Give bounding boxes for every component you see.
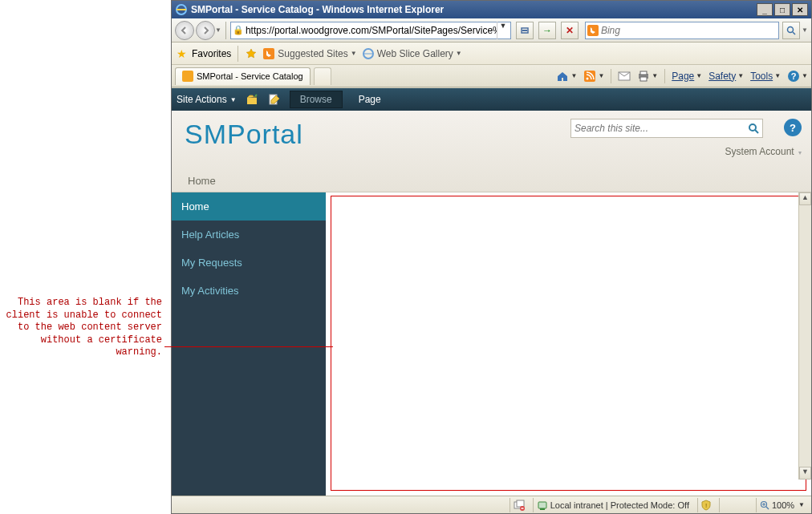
chevron-down-icon: ▼: [230, 96, 237, 103]
sidenav-item-my-requests[interactable]: My Requests: [172, 249, 326, 277]
popup-blocker-button[interactable]: [510, 498, 528, 512]
topnav-home[interactable]: Home: [185, 171, 219, 191]
ie-window: SMPortal - Service Catalog - Windows Int…: [171, 0, 812, 514]
portal-search[interactable]: [570, 119, 763, 138]
stop-button[interactable]: ✕: [561, 22, 579, 39]
chevron-down-icon: ▼: [774, 72, 781, 79]
portal-help-button[interactable]: ?: [784, 119, 802, 136]
status-bar: Local intranet | Protected Mode: Off ! 1…: [172, 496, 811, 513]
portal-header: SMPortal ? System Account ▾ Home: [172, 111, 811, 192]
separator: [664, 69, 665, 83]
search-icon[interactable]: [748, 123, 759, 134]
edit-page-button[interactable]: [267, 92, 282, 107]
suggested-sites-link[interactable]: Suggested Sites ▼: [262, 47, 356, 60]
shield-warn-icon: !: [701, 500, 711, 511]
favorites-label[interactable]: Favorites: [192, 48, 231, 59]
svg-rect-12: [640, 77, 647, 81]
close-button[interactable]: ✕: [792, 3, 808, 16]
zoom-control[interactable]: 100% ▼: [756, 498, 808, 512]
safety-menu[interactable]: Safety ▼: [708, 71, 744, 82]
sidenav-item-home[interactable]: Home: [172, 192, 326, 221]
top-nav: Home: [185, 169, 219, 192]
forward-button[interactable]: [196, 21, 215, 40]
scroll-up-button[interactable]: ▲: [799, 192, 811, 205]
zoom-icon: [760, 500, 769, 510]
help-button[interactable]: ? ▼: [787, 70, 808, 83]
page-menu-label: Page: [672, 71, 694, 82]
ribbon-tab-browse[interactable]: Browse: [290, 91, 343, 108]
go-refresh-button[interactable]: →: [538, 22, 556, 39]
favorites-bar: ★ Favorites Suggested Sites ▼ Web Slice …: [172, 42, 811, 65]
tools-menu[interactable]: Tools ▼: [750, 71, 781, 82]
site-actions-menu[interactable]: Site Actions ▼: [177, 94, 237, 105]
separator: [611, 69, 611, 83]
window-titlebar: SMPortal - Service Catalog - Windows Int…: [172, 1, 811, 18]
chevron-down-icon: ▼: [798, 501, 805, 508]
print-button[interactable]: ▼: [637, 70, 658, 83]
tab-bar: SMPortal - Service Catalog ▼ ▼: [172, 65, 811, 87]
page-content: Site Actions ▼ Browse Page SMPortal ?: [172, 87, 811, 496]
compat-view-button[interactable]: [516, 22, 534, 39]
maximize-button[interactable]: □: [774, 3, 790, 16]
home-icon: [556, 70, 569, 83]
svg-rect-3: [587, 25, 599, 36]
feeds-button[interactable]: ▼: [583, 70, 604, 83]
highlight-box: [331, 196, 806, 491]
status-done: [175, 498, 505, 512]
minimize-button[interactable]: _: [757, 3, 773, 16]
favorites-star-icon[interactable]: ★: [177, 47, 187, 60]
chevron-down-icon: ▼: [652, 72, 658, 79]
popup-blocker-icon: [514, 500, 525, 511]
safety-menu-label: Safety: [708, 71, 736, 82]
sidenav-item-help-articles[interactable]: Help Articles: [172, 221, 326, 249]
search-input[interactable]: [601, 25, 777, 36]
portal-body: Home Help Articles My Requests My Activi…: [172, 192, 811, 496]
navigate-up-button[interactable]: [245, 92, 259, 107]
url-input[interactable]: [246, 23, 497, 38]
account-menu[interactable]: System Account ▾: [725, 146, 802, 157]
tab-active[interactable]: SMPortal - Service Catalog: [175, 67, 311, 85]
search-go-button[interactable]: [782, 22, 800, 39]
svg-point-17: [749, 124, 756, 131]
chevron-down-icon: ▼: [456, 50, 462, 57]
address-bar[interactable]: 🔒 ▼: [230, 22, 511, 39]
web-slice-gallery-link[interactable]: Web Slice Gallery ▼: [362, 47, 462, 60]
separator: [225, 22, 226, 39]
lock-icon: 🔒: [233, 25, 244, 35]
ie-logo-icon: [175, 3, 188, 16]
command-bar: ▼ ▼ ▼ Page ▼: [556, 69, 808, 83]
svg-point-4: [788, 26, 794, 32]
security-zone[interactable]: Local intranet | Protected Mode: Off: [533, 498, 692, 512]
mail-icon: [618, 70, 631, 83]
status-spacer: [719, 498, 751, 512]
suggested-sites-label: Suggested Sites: [278, 48, 347, 59]
bing-icon: [587, 25, 599, 36]
page-menu[interactable]: Page ▼: [672, 71, 702, 82]
search-box[interactable]: [585, 22, 779, 39]
chevron-down-icon: ▼: [696, 72, 702, 79]
svg-rect-2: [522, 30, 527, 31]
svg-point-8: [587, 77, 589, 79]
ribbon-tab-page[interactable]: Page: [351, 91, 389, 107]
sidenav-item-my-activities[interactable]: My Activities: [172, 277, 326, 305]
back-button[interactable]: [175, 21, 194, 40]
nav-history-dropdown[interactable]: ▼: [215, 26, 221, 34]
address-dropdown[interactable]: ▼: [497, 22, 509, 39]
security-zone-label: Local intranet | Protected Mode: Off: [550, 500, 689, 510]
chevron-down-icon: ▼: [351, 50, 357, 57]
read-mail-button[interactable]: [618, 70, 631, 83]
new-tab-button[interactable]: [314, 67, 331, 85]
scroll-down-button[interactable]: ▼: [799, 467, 811, 480]
vertical-scrollbar[interactable]: ▲ ▼: [798, 192, 811, 480]
svg-text:?: ?: [791, 71, 797, 81]
svg-rect-21: [538, 502, 546, 508]
search-provider-dropdown[interactable]: ▼: [802, 26, 808, 34]
protected-mode-toggle[interactable]: !: [697, 498, 714, 512]
sharepoint-ribbon: Site Actions ▼ Browse Page: [172, 88, 811, 111]
home-button[interactable]: ▼: [556, 70, 577, 83]
portal-search-input[interactable]: [574, 123, 748, 134]
add-to-favbar-icon[interactable]: [245, 47, 258, 60]
chevron-down-icon: ▾: [798, 149, 802, 156]
suggested-sites-icon: [262, 47, 275, 60]
main-content-area: [326, 192, 811, 496]
